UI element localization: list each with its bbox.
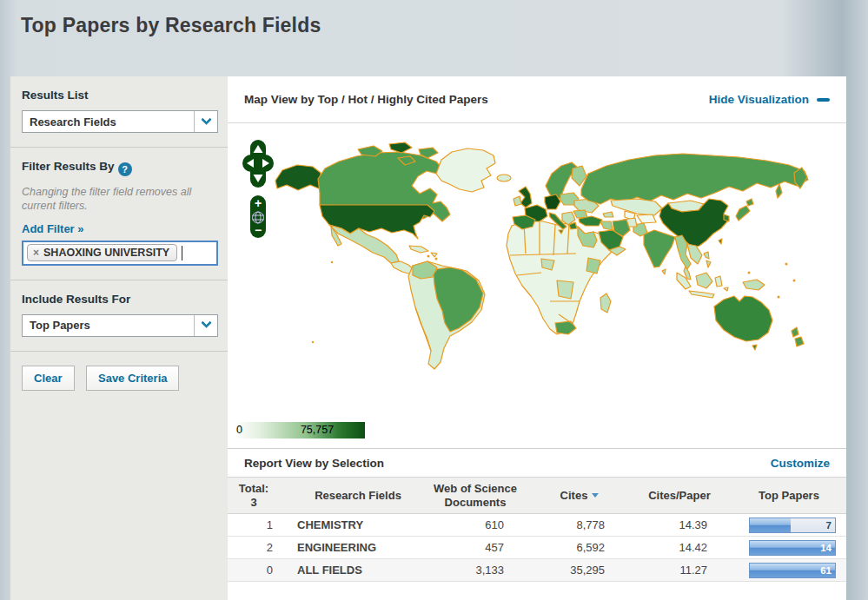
legend-max: 75,757 [301, 424, 334, 436]
zoom-out-icon: − [255, 223, 262, 237]
top-papers-bar: 14 [749, 540, 836, 556]
row-docs: 610 [419, 514, 532, 537]
top-papers-value: 7 [826, 520, 832, 531]
country-united-states[interactable] [320, 205, 434, 239]
country-india[interactable] [644, 230, 675, 267]
col-cites-per-paper: Cites/Paper [627, 478, 732, 514]
country-turkey[interactable] [579, 216, 602, 226]
country-new-zealand[interactable] [795, 337, 804, 346]
filter-input[interactable]: ×SHAOXING UNIVERSITY [22, 241, 218, 266]
region-africa[interactable] [507, 221, 613, 334]
island-borneo[interactable] [696, 273, 712, 288]
island-tasmania[interactable] [752, 345, 757, 350]
country-madagascar[interactable] [600, 293, 611, 313]
table-row: 2 ENGINEERING 457 6,592 14.42 14 [228, 537, 846, 559]
sort-desc-icon [592, 493, 599, 498]
include-results-dropdown[interactable]: Top Papers [22, 314, 218, 337]
include-results-selected: Top Papers [30, 319, 90, 332]
col-total: Total:3 [228, 478, 280, 514]
country-iceland[interactable] [497, 175, 511, 181]
map-header-title: Map View by Top / Hot / Highly Cited Pap… [244, 93, 488, 106]
results-list-dropdown[interactable]: Research Fields [22, 110, 218, 133]
results-list-heading: Results List [22, 89, 218, 102]
country-cuba[interactable] [409, 246, 428, 253]
table-row: 1 CHEMISTRY 610 8,778 14.39 7 [228, 514, 846, 537]
main-panel: Map View by Top / Hot / Highly Cited Pap… [228, 76, 846, 600]
island-hispaniola[interactable] [431, 253, 437, 257]
country-philippines[interactable] [704, 252, 709, 259]
world-map[interactable]: + − [228, 123, 846, 448]
page-title: Top Papers by Research Fields [21, 14, 321, 37]
include-results-section: Include Results For Top Papers [10, 280, 228, 352]
help-icon[interactable]: ? [118, 162, 132, 176]
chevron-down-icon[interactable] [194, 111, 217, 132]
row-rank: 1 [228, 514, 280, 537]
country-kazakhstan[interactable] [611, 199, 662, 215]
country-philippines[interactable] [706, 260, 711, 267]
research-field-link[interactable]: CHEMISTRY [280, 514, 419, 537]
country-drc[interactable] [557, 280, 573, 299]
country-new-zealand[interactable] [792, 327, 798, 337]
row-cites-per-paper: 14.39 [627, 514, 732, 537]
country-japan[interactable] [736, 206, 750, 221]
country-australia[interactable] [714, 296, 772, 341]
customize-link[interactable]: Customize [771, 457, 830, 470]
row-docs: 3,133 [419, 559, 532, 582]
row-rank: 2 [228, 537, 280, 559]
region-caucasus[interactable] [603, 212, 613, 217]
row-cites: 6,592 [532, 537, 627, 559]
country-greenland[interactable] [436, 148, 495, 192]
island-taiwan[interactable] [719, 239, 722, 244]
add-filter-link[interactable]: Add Filter » [22, 222, 84, 235]
country-russia[interactable] [581, 154, 808, 204]
filter-note: Changing the filter field removes all cu… [22, 185, 218, 214]
results-list-section: Results List Research Fields [10, 76, 228, 148]
region-east-africa[interactable] [586, 258, 600, 274]
filter-tag: ×SHAOXING UNIVERSITY [27, 244, 177, 261]
chevron-down-icon[interactable] [194, 315, 217, 336]
row-cites: 35,295 [532, 559, 627, 582]
collapse-minus-icon [817, 98, 830, 102]
arctic-island[interactable] [389, 142, 412, 153]
country-ireland[interactable] [514, 196, 521, 206]
country-south-korea[interactable] [724, 214, 729, 221]
country-sri-lanka[interactable] [662, 269, 666, 274]
clear-button[interactable]: Clear [22, 366, 75, 391]
remove-filter-icon[interactable]: × [33, 247, 39, 259]
table-row: 0 ALL FIELDS 3,133 35,295 11.27 61 [228, 559, 846, 582]
row-cites-per-paper: 11.27 [627, 559, 732, 582]
include-results-heading: Include Results For [22, 293, 218, 306]
row-docs: 457 [419, 537, 532, 559]
top-papers-value: 14 [820, 543, 832, 553]
sidebar: Results List Research Fields Filter Resu… [10, 76, 228, 600]
research-field-link[interactable]: ENGINEERING [280, 537, 419, 559]
island-sakhalin[interactable] [776, 184, 782, 198]
region-central-asia[interactable] [637, 214, 656, 223]
island-small[interactable] [724, 287, 728, 291]
hide-visualization-link[interactable]: Hide Visualization [709, 93, 830, 106]
save-criteria-button[interactable]: Save Criteria [86, 366, 180, 391]
top-papers-bar: 61 [749, 563, 836, 578]
col-cites-sortable[interactable]: Cites [532, 478, 627, 514]
page: Top Papers by Research Fields Results Li… [0, 0, 868, 600]
report-header: Report View by Selection Customize [228, 448, 846, 477]
country-romania[interactable] [573, 210, 587, 218]
country-japan[interactable] [746, 199, 753, 206]
island-sulawesi[interactable] [715, 276, 722, 287]
country-south-africa[interactable] [555, 321, 576, 334]
row-cites: 8,778 [532, 514, 627, 537]
island-java[interactable] [689, 291, 714, 298]
filter-tag-label: SHAOXING UNIVERSITY [43, 247, 169, 259]
map-zoom-control[interactable]: + − [250, 195, 266, 238]
zoom-in-icon: + [255, 196, 262, 210]
country-germany[interactable] [545, 195, 560, 209]
map-header: Map View by Top / Hot / Highly Cited Pap… [228, 76, 846, 123]
island-new-guinea[interactable] [743, 280, 765, 290]
region-levant[interactable] [600, 221, 613, 230]
country-alaska[interactable] [275, 165, 321, 190]
filter-heading: Filter Results By? [22, 160, 218, 176]
research-field-link[interactable]: ALL FIELDS [280, 559, 419, 582]
map-pan-control[interactable] [242, 140, 274, 188]
text-cursor [182, 246, 182, 260]
row-cites-per-paper: 14.42 [627, 537, 732, 559]
